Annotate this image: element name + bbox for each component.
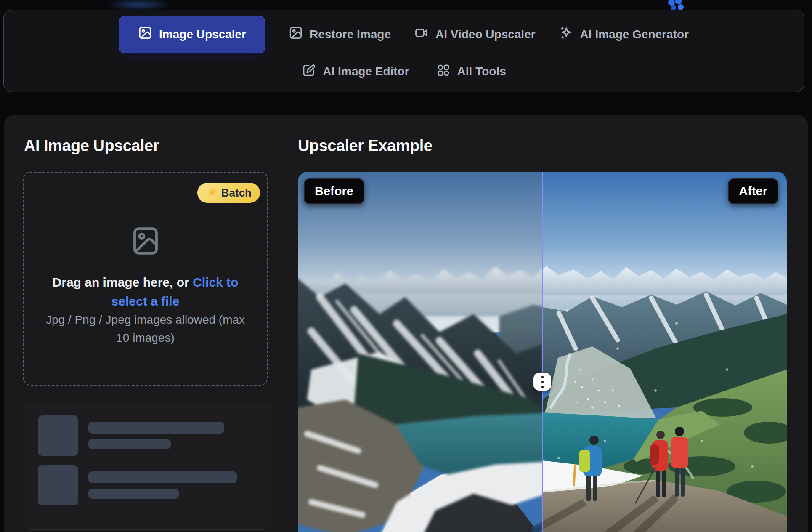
tab-label: Restore Image [310,28,391,41]
skeleton-row [38,465,257,505]
skeleton-line [88,422,224,434]
star-icon [206,186,217,200]
drag-text: Drag an image here, or [53,275,193,289]
dropzone-instruction: Drag an image here, or Click toselect a … [24,273,267,311]
image-icon [289,26,303,43]
image-placeholder-icon [129,223,162,260]
skeleton-line [88,489,179,499]
tab-ai-image-generator[interactable]: AI Image Generator [559,26,689,43]
batch-badge: Batch [197,183,260,203]
tab-ai-video-upscaler[interactable]: AI Video Upscaler [414,26,536,43]
tab-label: AI Image Editor [323,65,409,78]
edit-square-icon [302,63,316,80]
before-label: Before [304,178,364,204]
main-panel: AI Image Upscaler Upscaler Example Batch [4,115,808,532]
skeleton-thumbnail [38,465,78,505]
comparison-divider[interactable] [542,172,543,532]
skeleton-line [88,471,237,483]
before-after-comparison: Before After [298,172,787,532]
sparkles-icon [559,26,573,43]
tab-all-tools[interactable]: All Tools [436,63,506,80]
tab-restore-image[interactable]: Restore Image [289,26,391,43]
skeleton-thumbnail [38,415,78,456]
tab-image-upscaler[interactable]: Image Upscaler [119,16,265,53]
page-title: AI Image Upscaler [24,136,159,155]
tab-label: Image Upscaler [159,28,246,41]
grid-icon [436,63,451,80]
batch-badge-label: Batch [221,186,252,200]
queue-placeholder-card [24,404,271,530]
tab-ai-image-editor[interactable]: AI Image Editor [302,63,409,80]
site-logo-fragment [664,0,687,10]
example-title: Upscaler Example [298,136,432,155]
video-camera-icon [414,26,429,43]
image-icon [138,26,152,43]
tool-navbar: Image Upscaler Restore Image [3,10,804,92]
navbar-row-2: AI Image Editor All Tools [302,63,506,80]
tab-label: AI Image Generator [580,28,689,41]
tab-label: AI Video Upscaler [435,28,536,41]
page: Image Upscaler Restore Image [0,0,812,532]
skeleton-row [38,415,257,456]
comparison-drag-handle[interactable] [533,373,551,391]
dropzone-constraints: Jpg / Png / Jpeg images allowed (max10 i… [24,311,267,347]
navbar-row-1: Image Upscaler Restore Image [119,16,689,53]
tab-label: All Tools [457,65,506,78]
skeleton-line [88,439,171,449]
after-label: After [728,178,778,204]
top-glow-decoration [105,0,172,9]
upload-dropzone[interactable]: Batch Drag an image here, or Click tosel… [23,172,268,386]
